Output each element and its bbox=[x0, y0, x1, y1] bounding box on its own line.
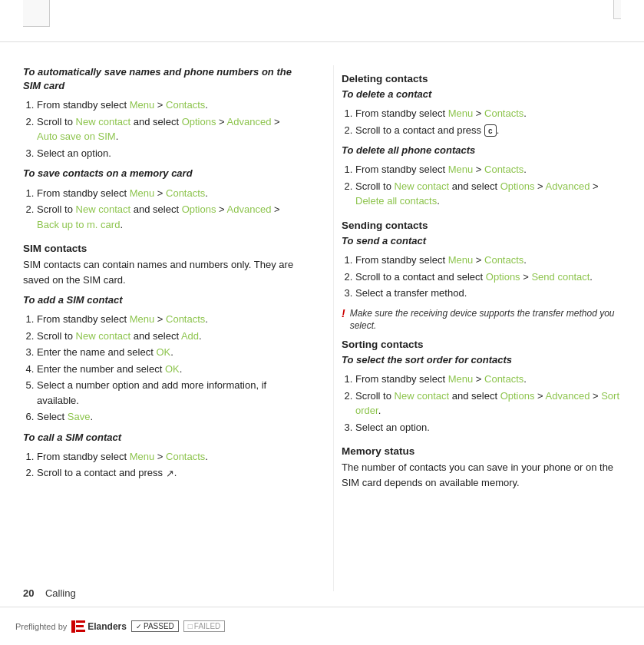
list-item: Select Save. bbox=[37, 409, 302, 425]
list-item: From standby select Menu > Contacts. bbox=[355, 162, 621, 177]
passed-badge: ✓ PASSED bbox=[131, 620, 179, 632]
send-contact-sub: To send a contact bbox=[342, 234, 621, 248]
memory-status-body: The number of contacts you can save in y… bbox=[342, 460, 621, 490]
failed-badge: □ FAILED bbox=[183, 620, 226, 632]
delete-all-steps: From standby select Menu > Contacts. Scr… bbox=[342, 162, 621, 209]
list-item: From standby select Menu > Contacts. bbox=[37, 312, 302, 327]
save-link: Save bbox=[68, 411, 91, 422]
memory-status-title: Memory status bbox=[342, 445, 621, 457]
right-column: Deleting contacts To delete a contact Fr… bbox=[333, 65, 621, 591]
contacts-link: Contacts bbox=[484, 108, 523, 119]
options-link: Options bbox=[500, 390, 535, 402]
delete-all-sub: To delete all phone contacts bbox=[342, 144, 621, 157]
fold-top bbox=[0, 0, 644, 42]
svg-rect-3 bbox=[76, 630, 85, 632]
advanced-link: Advanced bbox=[546, 390, 590, 402]
passed-label: PASSED bbox=[144, 622, 174, 630]
contacts-link: Contacts bbox=[484, 164, 523, 175]
menu-link: Menu bbox=[448, 108, 474, 119]
section-auto-save-title: To automatically save names and phone nu… bbox=[23, 65, 302, 93]
list-item: From standby select Menu > Contacts. bbox=[37, 98, 302, 113]
ok-link2: OK bbox=[165, 363, 180, 375]
section-memory-card-title: To save contacts on a memory card bbox=[23, 167, 302, 180]
fold-corner-left bbox=[23, 0, 50, 27]
svg-rect-2 bbox=[76, 625, 84, 627]
sim-contacts-title: SIM contacts bbox=[23, 243, 302, 254]
elanders-icon bbox=[71, 620, 85, 633]
new-contact-link: New contact bbox=[395, 180, 450, 192]
sort-order-steps: From standby select Menu > Contacts. Scr… bbox=[342, 372, 621, 435]
contacts-link: Contacts bbox=[484, 373, 523, 385]
list-item: Select an option. bbox=[355, 420, 621, 435]
list-item: Scroll to New contact and select Options… bbox=[355, 179, 621, 209]
list-item: Select an option. bbox=[37, 146, 302, 161]
list-item: Select a number option and add more info… bbox=[37, 378, 302, 408]
list-item: Scroll to New contact and select Options… bbox=[37, 202, 302, 232]
menu-link: Menu bbox=[448, 254, 474, 266]
passed-check-icon: ✓ bbox=[136, 623, 142, 630]
contacts-link: Contacts bbox=[166, 187, 205, 199]
backup-link: Back up to m. card bbox=[37, 219, 120, 230]
note-icon: ! bbox=[342, 306, 345, 322]
menu-link: Menu bbox=[448, 373, 474, 385]
delete-contact-sub: To delete a contact bbox=[342, 88, 621, 101]
list-item: From standby select Menu > Contacts. bbox=[355, 372, 621, 387]
page-number-value: 20 bbox=[23, 587, 34, 599]
menu-link: Menu bbox=[130, 451, 155, 462]
list-item: From standby select Menu > Contacts. bbox=[355, 106, 621, 121]
elanders-logo: Elanders bbox=[71, 620, 127, 633]
options-link: Options bbox=[182, 116, 216, 127]
list-item: Scroll to New contact and select Add. bbox=[37, 329, 302, 344]
failed-box-icon: □ bbox=[188, 622, 193, 630]
sorting-contacts-title: Sorting contacts bbox=[342, 339, 621, 350]
add-link: Add bbox=[181, 330, 199, 342]
advanced-link: Advanced bbox=[546, 180, 590, 192]
call-icon: ↗ bbox=[166, 468, 174, 479]
menu-link: Menu bbox=[130, 187, 155, 199]
new-contact-link: New contact bbox=[395, 390, 450, 402]
failed-label: FAILED bbox=[194, 622, 220, 630]
memory-card-steps: From standby select Menu > Contacts. Scr… bbox=[23, 186, 302, 233]
options-link: Options bbox=[486, 271, 520, 283]
left-column: To automatically save names and phone nu… bbox=[23, 65, 310, 591]
list-item: Scroll to a contact and press ↗. bbox=[37, 465, 302, 481]
list-item: Select a transfer method. bbox=[355, 286, 621, 301]
advanced-link: Advanced bbox=[227, 203, 272, 215]
sending-contacts-title: Sending contacts bbox=[342, 220, 621, 231]
contacts-link: Contacts bbox=[166, 451, 205, 462]
note-text: Make sure the receiving device supports … bbox=[350, 307, 621, 333]
svg-rect-0 bbox=[71, 620, 75, 633]
contacts-link: Contacts bbox=[484, 254, 523, 266]
page-number-area: 20 Calling bbox=[23, 587, 76, 599]
list-item: Scroll to New contact and select Options… bbox=[355, 389, 621, 418]
advanced-link: Advanced bbox=[227, 116, 272, 127]
fold-corner-right bbox=[613, 0, 621, 19]
send-contact-steps: From standby select Menu > Contacts. Scr… bbox=[342, 253, 621, 301]
add-sim-contact-title: To add a SIM contact bbox=[23, 293, 302, 307]
preflighted-area: Preflighted by Elanders ✓ PASSED □ FAILE… bbox=[15, 620, 225, 633]
contacts-link: Contacts bbox=[166, 313, 205, 325]
list-item: Scroll to New contact and select Options… bbox=[37, 114, 302, 144]
call-sim-contact-steps: From standby select Menu > Contacts. Scr… bbox=[23, 449, 302, 481]
add-sim-contact-steps: From standby select Menu > Contacts. Scr… bbox=[23, 312, 302, 425]
send-contact-link: Send contact bbox=[531, 271, 590, 283]
delete-contact-steps: From standby select Menu > Contacts. Scr… bbox=[342, 106, 621, 137]
list-item: From standby select Menu > Contacts. bbox=[37, 449, 302, 465]
menu-link: Menu bbox=[130, 313, 155, 325]
main-content: To automatically save names and phone nu… bbox=[0, 42, 644, 607]
list-item: From standby select Menu > Contacts. bbox=[37, 186, 302, 201]
list-item: Scroll to a contact and press c. bbox=[355, 123, 621, 138]
note-block: ! Make sure the receiving device support… bbox=[342, 307, 621, 333]
svg-rect-1 bbox=[76, 620, 85, 623]
sort-order-sub: To select the sort order for contacts bbox=[342, 353, 621, 367]
menu-link: Menu bbox=[130, 99, 155, 111]
list-item: Enter the name and select OK. bbox=[37, 345, 302, 360]
list-item: Scroll to a contact and select Options >… bbox=[355, 270, 621, 285]
contacts-link: Contacts bbox=[166, 99, 205, 111]
page: To automatically save names and phone nu… bbox=[0, 0, 644, 645]
elanders-name: Elanders bbox=[88, 621, 127, 632]
list-item: From standby select Menu > Contacts. bbox=[355, 253, 621, 268]
new-contact-link: New contact bbox=[76, 203, 131, 215]
deleting-contacts-title: Deleting contacts bbox=[342, 73, 621, 84]
ok-link: OK bbox=[156, 346, 170, 358]
